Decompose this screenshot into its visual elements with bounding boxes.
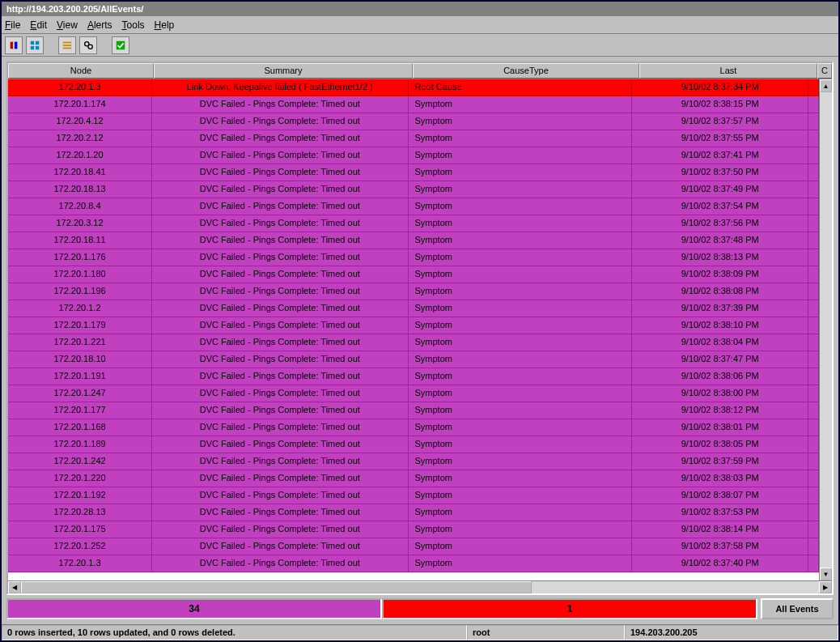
horizontal-scrollbar[interactable]: ◀ ▶ <box>8 580 832 593</box>
table-row[interactable]: 172.20.1.2DVC Failed - Pings Complete: T… <box>8 300 819 317</box>
cell-causetype: Symptom <box>409 181 633 198</box>
cell-summary: DVC Failed - Pings Complete: Timed out <box>152 453 408 470</box>
hscroll-track[interactable] <box>21 581 819 593</box>
menu-file[interactable]: File <box>5 19 20 31</box>
table-row[interactable]: 172.20.18.10DVC Failed - Pings Complete:… <box>8 351 819 368</box>
menu-edit[interactable]: Edit <box>30 19 47 31</box>
table-row[interactable]: 172.20.1.220DVC Failed - Pings Complete:… <box>8 470 819 487</box>
cell-last: 9/10/02 8:38:05 PM <box>632 436 808 453</box>
table-row[interactable]: 172.20.2.12DVC Failed - Pings Complete: … <box>8 130 819 147</box>
scroll-track[interactable] <box>820 92 832 568</box>
cell-last: 9/10/02 8:37:57 PM <box>632 113 808 130</box>
table-row[interactable]: 172.20.8.4DVC Failed - Pings Complete: T… <box>8 198 819 215</box>
cell-extra <box>808 453 819 470</box>
table-row[interactable]: 172.20.4.12DVC Failed - Pings Complete: … <box>8 113 819 130</box>
cell-last: 9/10/02 8:37:39 PM <box>632 300 808 317</box>
title-text: http://194.203.200.205/AllEvents/ <box>6 4 143 14</box>
cell-extra <box>808 538 819 555</box>
cell-node: 172.20.1.176 <box>8 249 152 266</box>
cell-extra <box>808 181 819 198</box>
cell-causetype: Symptom <box>409 504 633 521</box>
col-node[interactable]: Node <box>8 63 154 79</box>
table-row[interactable]: 172.20.18.11DVC Failed - Pings Complete:… <box>8 232 819 249</box>
cell-causetype: Symptom <box>409 521 633 538</box>
tb-find-icon[interactable] <box>79 36 97 54</box>
cell-extra <box>808 402 819 419</box>
table-row[interactable]: 172.20.1.192DVC Failed - Pings Complete:… <box>8 487 819 504</box>
cell-causetype: Symptom <box>409 266 633 283</box>
cell-causetype: Symptom <box>409 368 633 385</box>
tb-list-icon[interactable] <box>58 36 76 54</box>
cell-causetype: Symptom <box>409 147 633 164</box>
hscroll-thumb[interactable] <box>21 581 532 593</box>
table-row[interactable]: 172.20.1.3Link Down, Keepalive failed ( … <box>8 79 819 96</box>
cell-summary: DVC Failed - Pings Complete: Timed out <box>152 266 408 283</box>
svg-rect-4 <box>31 45 34 49</box>
cell-causetype: Symptom <box>409 436 633 453</box>
table-row[interactable]: 172.20.1.175DVC Failed - Pings Complete:… <box>8 521 819 538</box>
table-row[interactable]: 172.20.1.191DVC Failed - Pings Complete:… <box>8 368 819 385</box>
table-row[interactable]: 172.20.1.189DVC Failed - Pings Complete:… <box>8 436 819 453</box>
col-last[interactable]: Last <box>639 63 817 79</box>
cell-node: 172.20.1.189 <box>8 436 152 453</box>
table-row[interactable]: 172.20.1.20DVC Failed - Pings Complete: … <box>8 147 819 164</box>
cell-causetype: Symptom <box>409 470 633 487</box>
table-row[interactable]: 172.20.1.177DVC Failed - Pings Complete:… <box>8 402 819 419</box>
count-symptom[interactable]: 34 <box>6 598 382 619</box>
cell-node: 172.20.4.12 <box>8 113 152 130</box>
table-row[interactable]: 172.20.1.221DVC Failed - Pings Complete:… <box>8 334 819 351</box>
cell-summary: DVC Failed - Pings Complete: Timed out <box>152 147 408 164</box>
cell-summary: DVC Failed - Pings Complete: Timed out <box>152 317 408 334</box>
cell-extra <box>808 300 819 317</box>
cell-last: 9/10/02 8:38:14 PM <box>632 521 808 538</box>
menu-help[interactable]: Help <box>155 19 175 31</box>
table-row[interactable]: 172.20.18.41DVC Failed - Pings Complete:… <box>8 164 819 181</box>
col-summary[interactable]: Summary <box>154 63 413 79</box>
table-row[interactable]: 172.20.1.176DVC Failed - Pings Complete:… <box>8 249 819 266</box>
scroll-down-icon[interactable]: ▼ <box>820 568 832 580</box>
scroll-up-icon[interactable]: ▲ <box>820 79 832 92</box>
table-row[interactable]: 172.20.1.180DVC Failed - Pings Complete:… <box>8 266 819 283</box>
menu-tools[interactable]: Tools <box>122 19 145 31</box>
table-row[interactable]: 172.20.1.247DVC Failed - Pings Complete:… <box>8 385 819 402</box>
app-window: http://194.203.200.205/AllEvents/ File E… <box>0 0 840 642</box>
cell-summary: DVC Failed - Pings Complete: Timed out <box>152 198 408 215</box>
table-row[interactable]: 172.20.1.196DVC Failed - Pings Complete:… <box>8 283 819 300</box>
cell-last: 9/10/02 8:38:00 PM <box>632 385 808 402</box>
table-row[interactable]: 172.20.1.3DVC Failed - Pings Complete: T… <box>8 555 819 572</box>
menubar: File Edit View Alerts Tools Help <box>2 16 838 34</box>
tb-check-icon[interactable] <box>112 36 129 54</box>
cell-summary: DVC Failed - Pings Complete: Timed out <box>152 130 408 147</box>
table-row[interactable]: 172.20.28.13DVC Failed - Pings Complete:… <box>8 504 819 521</box>
col-causetype[interactable]: CauseType <box>413 63 639 79</box>
cell-summary: DVC Failed - Pings Complete: Timed out <box>152 351 408 368</box>
cell-node: 172.20.18.10 <box>8 351 152 368</box>
cell-last: 9/10/02 8:37:47 PM <box>632 351 808 368</box>
table-row[interactable]: 172.20.18.13DVC Failed - Pings Complete:… <box>8 181 819 198</box>
vertical-scrollbar[interactable]: ▲ ▼ <box>819 79 832 580</box>
cell-node: 172.20.1.192 <box>8 487 152 504</box>
col-extra[interactable]: C <box>817 63 832 79</box>
cell-causetype: Symptom <box>409 249 633 266</box>
table-row[interactable]: 172.20.3.12DVC Failed - Pings Complete: … <box>8 215 819 232</box>
menu-view[interactable]: View <box>57 19 78 31</box>
svg-rect-0 <box>11 41 14 49</box>
tb-pause-icon[interactable] <box>5 36 23 54</box>
all-events-button[interactable]: All Events <box>761 598 834 619</box>
cell-last: 9/10/02 8:38:04 PM <box>632 334 808 351</box>
count-rootcause[interactable]: 1 <box>382 598 757 619</box>
svg-rect-6 <box>63 41 72 43</box>
table-row[interactable]: 172.20.1.242DVC Failed - Pings Complete:… <box>8 453 819 470</box>
grid-rows: 172.20.1.3Link Down, Keepalive failed ( … <box>8 79 819 580</box>
cell-last: 9/10/02 8:38:09 PM <box>632 266 808 283</box>
table-row[interactable]: 172.20.1.252DVC Failed - Pings Complete:… <box>8 538 819 555</box>
scroll-right-icon[interactable]: ▶ <box>819 581 832 593</box>
table-row[interactable]: 172.20.1.179DVC Failed - Pings Complete:… <box>8 317 819 334</box>
table-row[interactable]: 172.20.1.174DVC Failed - Pings Complete:… <box>8 96 819 113</box>
scroll-left-icon[interactable]: ◀ <box>8 581 21 593</box>
status-message: 0 rows inserted, 10 rows updated, and 0 … <box>2 625 467 640</box>
tb-grid-icon[interactable] <box>26 36 44 54</box>
menu-alerts[interactable]: Alerts <box>87 19 112 31</box>
table-row[interactable]: 172.20.1.168DVC Failed - Pings Complete:… <box>8 419 819 436</box>
cell-summary: DVC Failed - Pings Complete: Timed out <box>152 470 408 487</box>
